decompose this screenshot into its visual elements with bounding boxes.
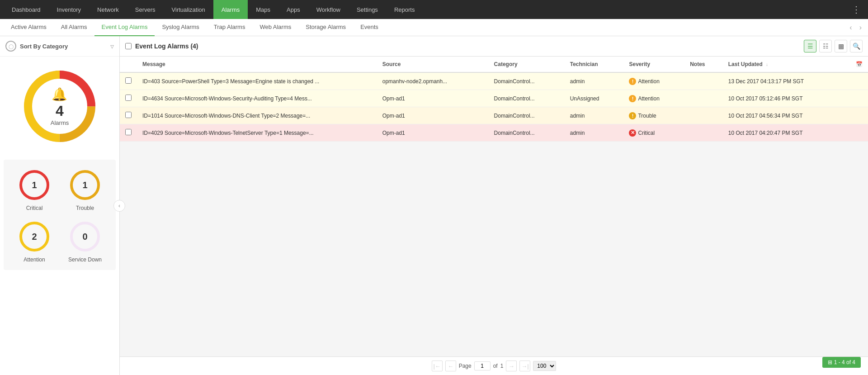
of-label: of (493, 363, 498, 369)
nav-servers[interactable]: Servers (127, 0, 164, 19)
row-source: opmanhv-node2.opmanh... (377, 72, 489, 90)
th-category[interactable]: Category (489, 57, 565, 72)
service-down-circle[interactable]: 0 Service Down (63, 218, 107, 263)
row-category: DomainControl... (489, 124, 565, 142)
subnav-storage-alarms[interactable]: Storage Alarms (298, 19, 353, 36)
nav-dashboard[interactable]: Dashboard (4, 0, 49, 19)
row-notes (684, 107, 723, 124)
row-severity: ! Attention (623, 90, 684, 107)
row-checkbox[interactable] (120, 124, 137, 142)
th-calendar-icon[interactable]: 📅 (850, 57, 868, 72)
row-source: Opm-ad1 (377, 107, 489, 124)
severity-icon: ! (629, 112, 636, 119)
table-row[interactable]: ID=4634 Source=Microsoft-Windows-Securit… (120, 90, 868, 107)
subnav-next-arrow[interactable]: › (857, 23, 864, 33)
attention-label: Attention (24, 256, 45, 263)
row-checkbox[interactable] (120, 72, 137, 90)
row-action-col (850, 107, 868, 124)
th-source[interactable]: Source (377, 57, 489, 72)
subnav-syslog-alarms[interactable]: Syslog Alarms (155, 19, 206, 36)
attention-circle[interactable]: 2 Attention (13, 218, 56, 263)
table-row[interactable]: ID=1014 Source=Microsoft-Windows-DNS-Cli… (120, 107, 868, 124)
sub-navigation: Active Alarms All Alarms Event Log Alarm… (0, 19, 868, 36)
severity-icon: ✕ (629, 129, 636, 137)
subnav-events[interactable]: Events (353, 19, 386, 36)
main-layout: ◯ Sort By Category ▿ 🔔 4 (0, 36, 868, 375)
search-icon[interactable]: 🔍 (850, 40, 863, 52)
row-category: DomainControl... (489, 72, 565, 90)
list-view-icon[interactable]: ☰ (804, 40, 816, 52)
page-first-btn[interactable]: |← (432, 361, 443, 371)
subnav-web-alarms[interactable]: Web Alarms (252, 19, 298, 36)
nav-maps[interactable]: Maps (248, 0, 278, 19)
sidebar-header: ◯ Sort By Category ▿ (0, 36, 119, 57)
row-notes (684, 124, 723, 142)
th-checkbox (120, 57, 137, 72)
collapse-sidebar-button[interactable]: ‹ (113, 200, 125, 212)
row-checkbox[interactable] (120, 90, 137, 107)
subnav-event-log-alarms[interactable]: Event Log Alarms (94, 19, 155, 36)
row-notes (684, 72, 723, 90)
subnav-active-alarms[interactable]: Active Alarms (4, 19, 54, 36)
subnav-trap-alarms[interactable]: Trap Alarms (207, 19, 253, 36)
alarm-table-scroll[interactable]: Message Source Category Technician Sever… (120, 57, 868, 356)
row-action-col (850, 124, 868, 142)
nav-alarms[interactable]: Alarms (213, 0, 248, 19)
nav-inventory[interactable]: Inventory (49, 0, 89, 19)
trouble-label: Trouble (76, 205, 94, 211)
subnav-all-alarms[interactable]: All Alarms (54, 19, 94, 36)
total-pages: 1 (500, 363, 504, 369)
row-message: ID=4029 Source=Microsoft-Windows-TelnetS… (137, 124, 377, 142)
severity-text: Attention (638, 78, 659, 85)
subnav-prev-arrow[interactable]: ‹ (847, 23, 854, 33)
per-page-select[interactable]: 10 25 50 100 (533, 361, 556, 371)
critical-label: Critical (26, 205, 43, 211)
th-technician[interactable]: Technician (565, 57, 624, 72)
row-checkbox[interactable] (120, 107, 137, 124)
select-all-checkbox[interactable] (125, 43, 132, 49)
row-severity: ✕ Critical (623, 124, 684, 142)
nav-virtualization[interactable]: Virtualization (164, 0, 213, 19)
nav-more-icon[interactable]: ⋮ (848, 4, 864, 15)
service-down-label: Service Down (68, 256, 102, 263)
page-prev-btn[interactable]: ← (445, 361, 456, 371)
content-area: Event Log Alarms (4) ☰ ☷ ▩ 🔍 Message Sou… (120, 36, 868, 375)
content-title: Event Log Alarms (4) (135, 43, 800, 50)
nav-apps[interactable]: Apps (278, 0, 308, 19)
chart-view-icon[interactable]: ▩ (835, 40, 847, 52)
trouble-circle[interactable]: 1 Trouble (63, 167, 107, 211)
th-notes[interactable]: Notes (684, 57, 723, 72)
filter-icon[interactable]: ▿ (110, 42, 114, 51)
severity-text: Critical (638, 130, 655, 136)
row-technician: UnAssigned (565, 90, 624, 107)
nav-network[interactable]: Network (89, 0, 127, 19)
severity-circles: 1 Critical 1 Trouble (4, 160, 116, 270)
row-source: Opm-ad1 (377, 124, 489, 142)
row-notes (684, 90, 723, 107)
nav-reports[interactable]: Reports (386, 0, 423, 19)
nav-settings[interactable]: Settings (349, 0, 386, 19)
th-last-updated[interactable]: Last Updated ↓ (723, 57, 850, 72)
page-next-btn[interactable]: → (506, 361, 517, 371)
severity-text: Attention (638, 95, 659, 102)
row-category: DomainControl... (489, 90, 565, 107)
th-message[interactable]: Message (137, 57, 377, 72)
row-last-updated: 10 Oct 2017 04:56:34 PM SGT (723, 107, 850, 124)
critical-circle[interactable]: 1 Critical (13, 167, 56, 211)
export-button[interactable]: ⊞ 1 - 4 of 4 (822, 357, 861, 368)
th-severity[interactable]: Severity (623, 57, 684, 72)
clock-icon[interactable]: ◯ (5, 41, 16, 52)
page-number-input[interactable] (474, 361, 491, 370)
row-message: ID=403 Source=PowerShell Type=3 Message=… (137, 72, 377, 90)
row-technician: admin (565, 124, 624, 142)
trouble-count: 1 (82, 180, 87, 190)
severity-icon: ! (629, 95, 636, 102)
table-row[interactable]: ID=403 Source=PowerShell Type=3 Message=… (120, 72, 868, 90)
page-last-btn[interactable]: →| (519, 361, 530, 371)
alarm-table: Message Source Category Technician Sever… (120, 57, 868, 142)
table-row[interactable]: ID=4029 Source=Microsoft-Windows-TelnetS… (120, 124, 868, 142)
top-navigation: Dashboard Inventory Network Servers Virt… (0, 0, 868, 19)
row-technician: admin (565, 107, 624, 124)
nav-workflow[interactable]: Workflow (308, 0, 349, 19)
grid-view-icon[interactable]: ☷ (819, 40, 832, 52)
